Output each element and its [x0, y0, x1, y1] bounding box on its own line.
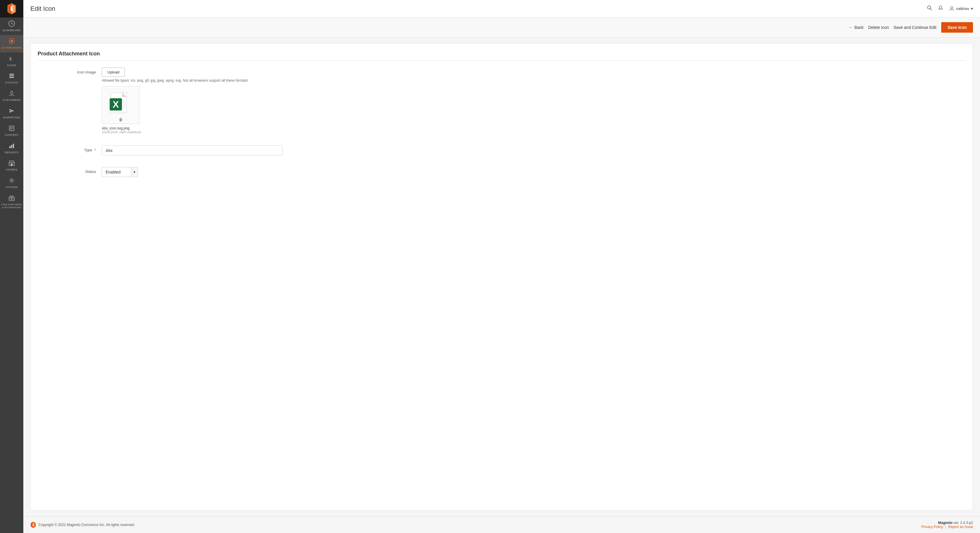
sidebar-item-label: STORES — [6, 168, 18, 172]
svg-point-8 — [11, 40, 13, 42]
svg-text:X: X — [113, 99, 119, 110]
sidebar-item-catalog[interactable]: CATALOG — [0, 70, 23, 87]
svg-rect-46 — [33, 523, 33, 526]
marketing-icon — [8, 108, 15, 115]
upload-button[interactable]: Upload — [102, 68, 125, 77]
page-header: Edit Icon vaibhav ▾ — [23, 0, 980, 18]
sidebar-item-label: CATALOG — [5, 81, 18, 84]
version-text: ver. 2.4.3-p2 — [953, 521, 973, 525]
save-continue-button[interactable]: Save and Continue Edit — [894, 25, 937, 30]
sidebar-item-find-partners[interactable]: FIND PARTNERS & EXTENSIONS — [0, 192, 23, 212]
footer-copyright: Copyright © 2022 Magento Commerce Inc. A… — [30, 522, 135, 528]
svg-rect-11 — [10, 76, 14, 76]
svg-rect-23 — [11, 164, 13, 165]
sidebar-logo — [0, 0, 23, 18]
status-select[interactable]: Enabled Disabled — [102, 167, 131, 177]
sidebar-item-reports[interactable]: REPORTS — [0, 140, 23, 157]
icon-image-field: Upload Allowed file types: ico, png, gif… — [102, 68, 966, 134]
sidebar-item-label: DASHBOARD — [3, 29, 21, 32]
system-icon — [8, 177, 15, 185]
status-row: Status Enabled Disabled ▾ — [38, 165, 966, 179]
svg-rect-20 — [11, 145, 12, 148]
icon-image-label: Icon Image — [38, 68, 102, 74]
delete-image-icon[interactable]: 🗑 — [119, 117, 123, 122]
svg-rect-47 — [33, 523, 34, 526]
status-label: Status — [38, 167, 102, 174]
svg-rect-21 — [13, 144, 14, 148]
sidebar-item-customers[interactable]: CUSTOMERS — [0, 87, 23, 105]
save-icon-button[interactable]: Save Icon — [941, 22, 973, 33]
icon-image-row: Icon Image Upload Allowed file types: ic… — [38, 65, 966, 136]
sidebar-item-extendware[interactable]: EXTENDWARE — [0, 35, 23, 53]
sidebar-item-label: CONTENT — [5, 134, 19, 137]
sidebar-item-marketing[interactable]: MARKETING — [0, 105, 23, 122]
footer-magento-logo — [30, 522, 36, 528]
icon-filename: xlsx_icon.svg.png — [102, 126, 966, 130]
file-types-note: Allowed file types: ico, png, gif, jpg, … — [102, 78, 966, 83]
svg-rect-12 — [10, 77, 14, 78]
svg-line-30 — [931, 9, 932, 10]
sidebar-item-label: EXTENDWARE — [2, 46, 22, 49]
svg-point-24 — [11, 180, 13, 181]
stores-icon — [8, 160, 15, 167]
sidebar-item-label: SYSTEM — [6, 186, 18, 189]
user-dropdown-icon: ▾ — [971, 6, 973, 11]
svg-text:$: $ — [10, 57, 12, 61]
magento-version: Magento ver. 2.4.3-p2 — [921, 521, 973, 525]
type-label: Type * — [38, 145, 102, 152]
type-input[interactable] — [102, 145, 283, 155]
footer-links: Privacy Policy | Report an Issue — [921, 525, 973, 529]
icon-preview-box: X 🗑 — [102, 86, 140, 124]
sidebar-item-label: CUSTOMERS — [3, 99, 21, 102]
notifications-icon[interactable] — [938, 5, 943, 12]
magento-brand: Magento — [938, 521, 953, 525]
status-select-wrapper: Enabled Disabled ▾ — [102, 167, 966, 177]
sidebar-item-label: SALES — [7, 64, 16, 67]
back-arrow-icon: ← — [849, 25, 853, 30]
sidebar: DASHBOARD EXTENDWARE $ SALES CATA — [0, 0, 23, 533]
sidebar-item-content[interactable]: CONTENT — [0, 122, 23, 140]
svg-marker-14 — [10, 109, 14, 113]
header-actions: vaibhav ▾ — [927, 5, 973, 12]
type-row: Type * — [38, 143, 966, 158]
svg-rect-19 — [10, 146, 11, 148]
user-avatar-icon — [949, 6, 955, 12]
privacy-policy-link[interactable]: Privacy Policy — [921, 525, 943, 529]
back-button[interactable]: ← Back — [849, 25, 864, 30]
copyright-text: Copyright © 2022 Magento Commerce Inc. A… — [38, 523, 135, 527]
sidebar-item-sales[interactable]: $ SALES — [0, 53, 23, 70]
sidebar-item-label: REPORTS — [5, 151, 19, 154]
sidebar-item-label: FIND PARTNERS & EXTENSIONS — [1, 203, 22, 209]
reports-icon — [8, 143, 15, 150]
customers-icon — [8, 90, 15, 97]
delete-icon-button[interactable]: Delete Icon — [868, 25, 889, 30]
type-field — [102, 145, 966, 155]
catalog-icon — [8, 73, 15, 80]
username-label: vaibhav — [956, 6, 969, 11]
search-icon[interactable] — [927, 5, 932, 12]
page-title: Edit Icon — [30, 5, 56, 13]
sidebar-item-stores[interactable]: STORES — [0, 157, 23, 174]
action-bar: ← Back Delete Icon Save and Continue Edi… — [23, 18, 980, 38]
page-footer: Copyright © 2022 Magento Commerce Inc. A… — [23, 516, 980, 533]
status-dropdown-button[interactable]: ▾ — [131, 167, 138, 177]
dashboard-icon — [8, 21, 15, 28]
svg-point-32 — [951, 7, 953, 9]
required-indicator: * — [94, 148, 96, 152]
extendware-icon — [8, 38, 15, 45]
sidebar-item-system[interactable]: SYSTEM — [0, 174, 23, 192]
icon-preview-image: X — [109, 92, 132, 118]
find-partners-icon — [8, 195, 15, 202]
main-content: Edit Icon vaibhav ▾ ← Back Delete Icon S… — [23, 0, 980, 533]
sales-icon: $ — [8, 56, 15, 63]
report-issue-link[interactable]: Report an Issue — [948, 525, 973, 529]
svg-point-13 — [11, 91, 13, 94]
magento-logo-icon — [6, 3, 17, 14]
user-menu[interactable]: vaibhav ▾ — [949, 6, 973, 12]
sidebar-item-label: MARKETING — [3, 116, 20, 119]
sidebar-item-dashboard[interactable]: DASHBOARD — [0, 18, 23, 35]
form-container: Product Attachment Icon Icon Image Uploa… — [30, 43, 973, 511]
footer-info: Magento ver. 2.4.3-p2 Privacy Policy | R… — [921, 521, 973, 529]
status-field: Enabled Disabled ▾ — [102, 167, 966, 177]
footer-separator: | — [945, 525, 947, 529]
